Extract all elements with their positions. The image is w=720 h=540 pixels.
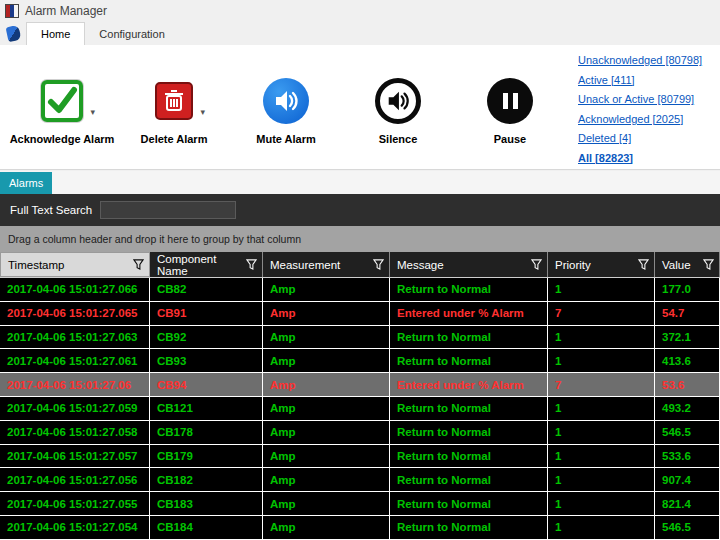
table-row[interactable]: 2017-04-06 15:01:27.066 CB82 Amp Return … (0, 278, 720, 302)
link-acknowledged[interactable]: Acknowledged [2025] (578, 110, 714, 130)
filter-icon[interactable] (246, 259, 257, 270)
cell-value: 546.5 (655, 516, 720, 539)
cell-priority: 1 (548, 421, 655, 444)
group-by-hint: Drag a column header and drop it here to… (8, 233, 301, 245)
table-row[interactable]: 2017-04-06 15:01:27.054 CB184 Amp Return… (0, 516, 720, 540)
table-row[interactable]: 2017-04-06 15:01:27.056 CB182 Amp Return… (0, 468, 720, 492)
cell-measurement: Amp (263, 492, 390, 515)
table-row[interactable]: 2017-04-06 15:01:27.065 CB91 Amp Entered… (0, 302, 720, 326)
cell-priority: 1 (548, 278, 655, 301)
acknowledge-check-icon (41, 80, 83, 122)
link-unacknowledged[interactable]: Unacknowledged [80798] (578, 51, 714, 71)
cell-message: Return to Normal (390, 349, 548, 372)
table-row[interactable]: 2017-04-06 15:01:27.058 CB178 Amp Return… (0, 421, 720, 445)
cell-timestamp: 2017-04-06 15:01:27.063 (0, 326, 150, 349)
app-icon (5, 4, 19, 18)
mute-speaker-icon (263, 78, 309, 124)
cell-priority: 7 (548, 302, 655, 325)
cell-priority: 7 (548, 373, 655, 396)
silence-button[interactable]: Silence (342, 55, 454, 145)
table-row[interactable]: 2017-04-06 15:01:27.061 CB93 Amp Return … (0, 349, 720, 373)
cell-measurement: Amp (263, 468, 390, 491)
cell-component: CB93 (150, 349, 263, 372)
full-text-search-input[interactable] (100, 201, 236, 219)
app-logo-icon (5, 25, 21, 42)
cell-measurement: Amp (263, 326, 390, 349)
cell-priority: 1 (548, 516, 655, 539)
search-bar: Full Text Search (0, 194, 720, 226)
pause-button[interactable]: Pause (454, 55, 566, 145)
cell-value: 53.6 (655, 373, 720, 396)
cell-component: CB94 (150, 373, 263, 396)
group-by-bar[interactable]: Drag a column header and drop it here to… (0, 226, 720, 252)
cell-measurement: Amp (263, 278, 390, 301)
toolbar: ▾ Acknowledge Alarm (6, 55, 566, 145)
cell-value: 177.0 (655, 278, 720, 301)
cell-component: CB184 (150, 516, 263, 539)
cell-timestamp: 2017-04-06 15:01:27.066 (0, 278, 150, 301)
cell-timestamp: 2017-04-06 15:01:27.06 (0, 373, 150, 396)
cell-value: 413.6 (655, 349, 720, 372)
cell-priority: 1 (548, 349, 655, 372)
cell-value: 546.5 (655, 421, 720, 444)
cell-measurement: Amp (263, 421, 390, 444)
link-unack-or-active[interactable]: Unack or Active [80799] (578, 90, 714, 110)
delete-dropdown-arrow[interactable]: ▾ (200, 107, 205, 117)
column-header-component-name[interactable]: Component Name (150, 252, 263, 277)
app-menu-button[interactable] (0, 22, 26, 45)
table-row[interactable]: 2017-04-06 15:01:27.06 CB94 Amp Entered … (0, 373, 720, 397)
ribbon-body: ▾ Acknowledge Alarm (0, 45, 720, 170)
filter-icon[interactable] (638, 259, 649, 270)
column-header-timestamp[interactable]: Timestamp (0, 252, 150, 277)
column-header-priority[interactable]: Priority (548, 252, 655, 277)
cell-measurement: Amp (263, 373, 390, 396)
column-header-value[interactable]: Value (655, 252, 720, 277)
table-row[interactable]: 2017-04-06 15:01:27.055 CB183 Amp Return… (0, 492, 720, 516)
cell-measurement: Amp (263, 302, 390, 325)
column-header-measurement[interactable]: Measurement (263, 252, 390, 277)
cell-message: Return to Normal (390, 326, 548, 349)
link-deleted[interactable]: Deleted [4] (578, 129, 714, 149)
delete-alarm-button[interactable]: ▾ Delete Alarm (118, 55, 230, 145)
cell-value: 821.4 (655, 492, 720, 515)
cell-component: CB183 (150, 492, 263, 515)
acknowledge-alarm-button[interactable]: ▾ Acknowledge Alarm (6, 55, 118, 145)
cell-timestamp: 2017-04-06 15:01:27.057 (0, 445, 150, 468)
cell-message: Return to Normal (390, 516, 548, 539)
cell-measurement: Amp (263, 445, 390, 468)
filter-icon[interactable] (703, 259, 714, 270)
cell-priority: 1 (548, 445, 655, 468)
table-row[interactable]: 2017-04-06 15:01:27.059 CB121 Amp Return… (0, 397, 720, 421)
filter-icon[interactable] (133, 259, 144, 270)
table-row[interactable]: 2017-04-06 15:01:27.063 CB92 Amp Return … (0, 326, 720, 350)
window-title: Alarm Manager (25, 4, 107, 18)
cell-timestamp: 2017-04-06 15:01:27.058 (0, 421, 150, 444)
silence-speaker-icon (375, 78, 421, 124)
tab-alarms[interactable]: Alarms (0, 172, 52, 194)
cell-value: 493.2 (655, 397, 720, 420)
cell-component: CB82 (150, 278, 263, 301)
tab-home[interactable]: Home (26, 22, 85, 45)
trash-icon (155, 82, 193, 120)
alarms-tab-strip: Alarms (0, 171, 720, 194)
cell-priority: 1 (548, 468, 655, 491)
link-all[interactable]: All [82823] (578, 149, 714, 169)
acknowledge-dropdown-arrow[interactable]: ▾ (90, 107, 95, 117)
cell-message: Return to Normal (390, 397, 548, 420)
cell-component: CB182 (150, 468, 263, 491)
cell-measurement: Amp (263, 516, 390, 539)
ribbon-tab-bar: Home Configuration (0, 22, 720, 45)
filter-icon[interactable] (373, 259, 384, 270)
cell-timestamp: 2017-04-06 15:01:27.054 (0, 516, 150, 539)
table-row[interactable]: 2017-04-06 15:01:27.057 CB179 Amp Return… (0, 445, 720, 469)
filter-icon[interactable] (531, 259, 542, 270)
cell-message: Return to Normal (390, 468, 548, 491)
mute-alarm-button[interactable]: Mute Alarm (230, 55, 342, 145)
column-header-message[interactable]: Message (390, 252, 548, 277)
link-active[interactable]: Active [411] (578, 71, 714, 91)
cell-component: CB121 (150, 397, 263, 420)
cell-timestamp: 2017-04-06 15:01:27.055 (0, 492, 150, 515)
cell-value: 907.4 (655, 468, 720, 491)
tab-configuration[interactable]: Configuration (85, 22, 178, 45)
cell-timestamp: 2017-04-06 15:01:27.061 (0, 349, 150, 372)
